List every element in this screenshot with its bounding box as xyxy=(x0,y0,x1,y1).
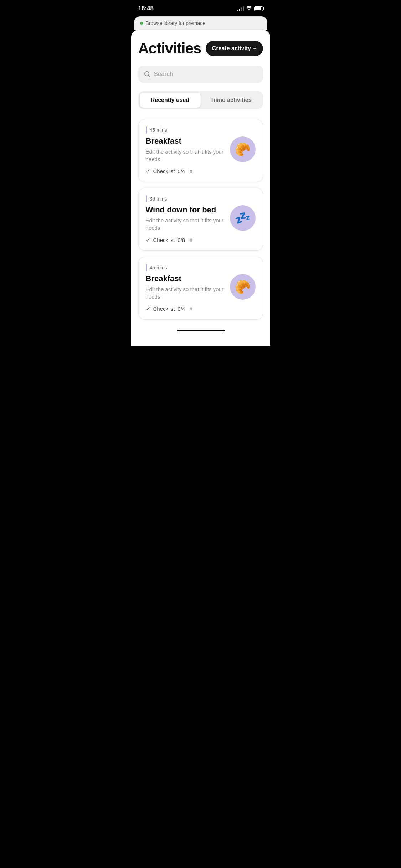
home-indicator xyxy=(138,325,263,336)
card-body: Breakfast Edit the activity so that it f… xyxy=(146,136,256,175)
search-icon xyxy=(144,71,150,77)
checklist-progress: 0/8 xyxy=(178,237,185,243)
card-body: Breakfast Edit the activity so that it f… xyxy=(146,274,256,312)
activity-emoji-icon: 🥐 xyxy=(235,142,251,157)
chevron-up-icon: ⇧ xyxy=(189,169,193,174)
status-time: 15:45 xyxy=(138,5,154,12)
activity-emoji: 🥐 xyxy=(230,136,256,162)
checklist-progress: 0/4 xyxy=(178,168,185,174)
checkmark-icon: ✓ xyxy=(146,237,150,243)
activity-description: Edit the activity so that it fits your n… xyxy=(146,148,224,163)
activity-name: Wind down for bed xyxy=(146,205,224,215)
search-input-wrapper[interactable]: Search xyxy=(138,66,263,83)
checkmark-icon: ✓ xyxy=(146,305,150,312)
checklist-progress: 0/4 xyxy=(178,306,185,312)
checklist-label: Checklist xyxy=(153,168,175,174)
chevron-up-icon: ⇧ xyxy=(189,238,193,243)
card-text: Breakfast Edit the activity so that it f… xyxy=(146,136,230,175)
card-body: Wind down for bed Edit the activity so t… xyxy=(146,205,256,243)
activity-description: Edit the activity so that it fits your n… xyxy=(146,285,224,300)
activity-emoji-icon: 🥐 xyxy=(235,279,251,294)
duration-text: 45 mins xyxy=(150,127,167,133)
card-duration: 45 mins xyxy=(146,264,256,271)
duration-text: 45 mins xyxy=(150,265,167,270)
svg-line-1 xyxy=(148,76,150,77)
top-peek-bar[interactable]: Browse library for premade xyxy=(134,16,267,30)
card-duration: 30 mins xyxy=(146,195,256,202)
signal-icon xyxy=(237,6,244,11)
search-container: Search xyxy=(138,66,263,83)
activity-card[interactable]: 45 mins Breakfast Edit the activity so t… xyxy=(138,119,263,182)
checklist-row[interactable]: ✓ Checklist 0/4 ⇧ xyxy=(146,305,224,312)
activity-name: Breakfast xyxy=(146,136,224,146)
activity-card[interactable]: 30 mins Wind down for bed Edit the activ… xyxy=(138,188,263,251)
main-content: Activities Create activity + Search Rece… xyxy=(131,30,270,346)
activity-emoji: 💤 xyxy=(230,205,256,231)
card-duration: 45 mins xyxy=(146,126,256,134)
duration-bar xyxy=(146,264,147,271)
create-activity-label: Create activity xyxy=(212,45,251,52)
activity-name: Breakfast xyxy=(146,274,224,283)
activity-card[interactable]: 45 mins Breakfast Edit the activity so t… xyxy=(138,257,263,320)
checkmark-icon: ✓ xyxy=(146,168,150,175)
create-activity-button[interactable]: Create activity + xyxy=(206,41,263,56)
status-bar: 15:45 xyxy=(131,0,270,15)
activity-description: Edit the activity so that it fits your n… xyxy=(146,217,224,232)
page-title: Activities xyxy=(138,40,201,57)
checklist-row[interactable]: ✓ Checklist 0/8 ⇧ xyxy=(146,237,224,243)
chevron-up-icon: ⇧ xyxy=(189,306,193,311)
status-icons xyxy=(237,6,263,11)
tabs-container: Recently used Tiimo activities xyxy=(138,91,263,109)
peek-text: Browse library for premade xyxy=(146,20,206,26)
create-activity-plus-icon: + xyxy=(253,45,256,52)
wifi-icon xyxy=(246,6,252,11)
activities-list: 45 mins Breakfast Edit the activity so t… xyxy=(138,119,263,320)
duration-bar xyxy=(146,126,147,134)
duration-text: 30 mins xyxy=(150,196,167,202)
activity-emoji-icon: 💤 xyxy=(235,211,251,226)
home-bar xyxy=(177,330,225,331)
duration-bar xyxy=(146,195,147,202)
tab-recently-used[interactable]: Recently used xyxy=(140,93,201,108)
card-text: Wind down for bed Edit the activity so t… xyxy=(146,205,230,243)
battery-icon xyxy=(254,6,263,11)
checklist-row[interactable]: ✓ Checklist 0/4 ⇧ xyxy=(146,168,224,175)
tab-tiimo-activities[interactable]: Tiimo activities xyxy=(201,93,262,108)
checklist-label: Checklist xyxy=(153,237,175,243)
page-header: Activities Create activity + xyxy=(138,40,263,57)
peek-dot xyxy=(140,22,143,25)
activity-emoji: 🥐 xyxy=(230,274,256,300)
card-text: Breakfast Edit the activity so that it f… xyxy=(146,274,230,312)
checklist-label: Checklist xyxy=(153,306,175,312)
search-placeholder: Search xyxy=(154,71,173,78)
